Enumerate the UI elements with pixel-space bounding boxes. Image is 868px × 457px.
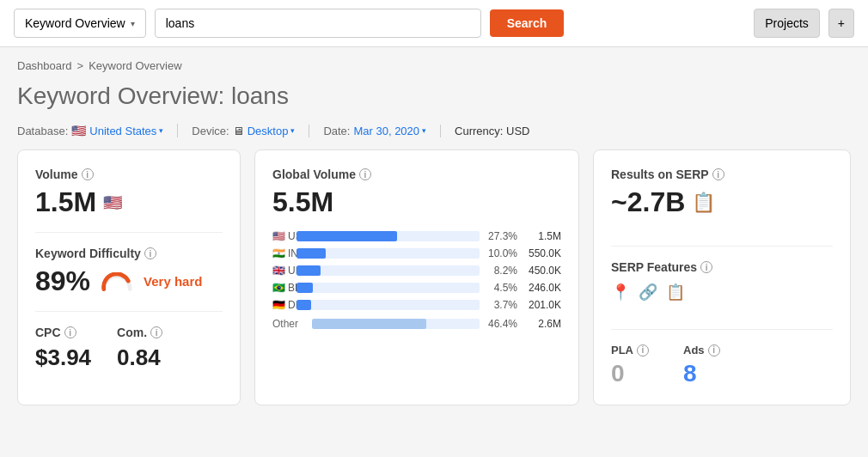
breadcrumb-sep: > bbox=[77, 59, 84, 72]
header: Keyword Overview ▾ Search Projects + bbox=[0, 0, 868, 47]
database-filter: Database: 🇺🇸 United States ▾ bbox=[17, 124, 178, 137]
kd-row: 89% Very hard bbox=[35, 265, 223, 297]
pla-info-icon[interactable]: i bbox=[637, 344, 649, 356]
ads-item: Ads i 8 bbox=[683, 344, 720, 387]
breadcrumb: Dashboard > Keyword Overview bbox=[0, 47, 868, 77]
bar-fill bbox=[296, 265, 321, 276]
currency-label: Currency: USD bbox=[455, 125, 529, 137]
bar-pct: 4.5% bbox=[485, 282, 517, 294]
volume-value: 1.5M 🇺🇸 bbox=[35, 186, 223, 218]
bar-track bbox=[296, 300, 480, 310]
cpc-section: CPC i $3.94 Com. i 0.84 bbox=[35, 326, 223, 371]
cpc-row: CPC i $3.94 Com. i 0.84 bbox=[35, 326, 223, 371]
table-icon: 📋 bbox=[666, 283, 685, 302]
bar-pct: 8.2% bbox=[485, 265, 517, 277]
filters-bar: Database: 🇺🇸 United States ▾ Device: 🖥 D… bbox=[0, 119, 868, 149]
chevron-down-icon: ▾ bbox=[290, 126, 295, 135]
serp-doc-icon: 📋 bbox=[692, 192, 715, 214]
page-title-area: Keyword Overview: loans bbox=[0, 77, 868, 119]
bar-pct: 10.0% bbox=[485, 247, 517, 259]
com-info-icon[interactable]: i bbox=[150, 326, 162, 338]
breadcrumb-current: Keyword Overview bbox=[89, 59, 181, 72]
pla-ads-row: PLA i 0 Ads i 8 bbox=[611, 344, 833, 387]
currency-filter: Currency: USD bbox=[455, 125, 529, 137]
breadcrumb-home[interactable]: Dashboard bbox=[17, 59, 72, 72]
other-row: Other 46.4% 2.6M bbox=[272, 318, 561, 330]
bar-row: 🇬🇧 UK 8.2% 450.0K bbox=[272, 265, 561, 277]
date-value[interactable]: Mar 30, 2020 ▾ bbox=[353, 125, 426, 137]
serp-feature-icons: 📍 🔗 📋 bbox=[611, 283, 833, 302]
serp-results-label: Results on SERP i bbox=[611, 168, 833, 181]
bar-track bbox=[296, 265, 480, 276]
volume-section: Volume i 1.5M 🇺🇸 bbox=[35, 168, 223, 233]
link-icon: 🔗 bbox=[639, 283, 657, 302]
pla-label: PLA i bbox=[611, 344, 649, 356]
database-value[interactable]: United States ▾ bbox=[89, 125, 163, 137]
pla-value: 0 bbox=[611, 360, 649, 387]
us-flag-icon: 🇺🇸 bbox=[71, 124, 86, 137]
bar-track bbox=[296, 248, 480, 259]
search-input[interactable] bbox=[155, 9, 481, 38]
page-title-keyword: loans bbox=[231, 82, 289, 109]
location-icon: 📍 bbox=[611, 283, 630, 302]
kd-section: Keyword Difficulty i 89% Very hard bbox=[35, 247, 223, 312]
date-filter: Date: Mar 30, 2020 ▾ bbox=[323, 125, 441, 137]
device-label: Device: bbox=[192, 125, 229, 137]
page-title-prefix: Keyword Overview: bbox=[17, 82, 231, 109]
com-item: Com. i 0.84 bbox=[117, 326, 162, 371]
serp-features-label: SERP Features i bbox=[611, 260, 833, 274]
kd-info-icon[interactable]: i bbox=[144, 247, 156, 259]
other-bar-track bbox=[312, 319, 480, 329]
cpc-info-icon[interactable]: i bbox=[64, 326, 76, 338]
chevron-down-icon: ▾ bbox=[131, 19, 135, 28]
global-volume-card: Global Volume i 5.5M 🇺🇸 US 27.3% 1.5M 🇮🇳… bbox=[254, 149, 579, 405]
bar-row: 🇧🇷 BR 4.5% 246.0K bbox=[272, 282, 561, 294]
volume-card: Volume i 1.5M 🇺🇸 Keyword Difficulty i 89… bbox=[17, 149, 241, 405]
tool-dropdown[interactable]: Keyword Overview ▾ bbox=[14, 9, 146, 38]
other-pct: 46.4% bbox=[485, 318, 517, 330]
projects-button[interactable]: Projects bbox=[754, 9, 820, 38]
bar-fill bbox=[296, 283, 313, 293]
date-label: Date: bbox=[323, 125, 350, 137]
chevron-down-icon: ▾ bbox=[159, 126, 163, 135]
bar-country: 🇬🇧 UK bbox=[272, 265, 291, 277]
bar-row: 🇩🇪 DE 3.7% 201.0K bbox=[272, 299, 561, 311]
other-bar-fill bbox=[312, 319, 426, 329]
bar-row: 🇮🇳 IN 10.0% 550.0K bbox=[272, 247, 561, 259]
page-title: Keyword Overview: loans bbox=[17, 82, 851, 110]
bar-vol: 201.0K bbox=[523, 299, 561, 311]
serp-features-info-icon[interactable]: i bbox=[700, 261, 712, 273]
pla-item: PLA i 0 bbox=[611, 344, 649, 387]
cpc-item: CPC i $3.94 bbox=[35, 326, 91, 371]
device-filter: Device: 🖥 Desktop ▾ bbox=[192, 125, 309, 137]
bar-country: 🇩🇪 DE bbox=[272, 299, 291, 311]
bar-country: 🇺🇸 US bbox=[272, 230, 291, 242]
search-button[interactable]: Search bbox=[490, 9, 565, 37]
global-volume-label: Global Volume i bbox=[272, 168, 561, 181]
bar-pct: 27.3% bbox=[485, 230, 517, 242]
device-value[interactable]: Desktop ▾ bbox=[248, 125, 296, 137]
volume-info-icon[interactable]: i bbox=[82, 168, 94, 180]
serp-results-section: Results on SERP i ~2.7B 📋 bbox=[611, 168, 833, 247]
bar-pct: 3.7% bbox=[485, 299, 517, 311]
ads-label: Ads i bbox=[683, 344, 720, 356]
chevron-down-icon: ▾ bbox=[422, 126, 426, 135]
global-volume-info-icon[interactable]: i bbox=[359, 168, 371, 180]
bar-vol: 1.5M bbox=[523, 230, 561, 242]
bar-country: 🇧🇷 BR bbox=[272, 282, 291, 294]
ads-value: 8 bbox=[683, 360, 720, 387]
serp-info-icon[interactable]: i bbox=[712, 168, 724, 180]
serp-card: Results on SERP i ~2.7B 📋 SERP Features … bbox=[593, 149, 851, 405]
bar-fill bbox=[296, 231, 397, 241]
add-project-button[interactable]: + bbox=[828, 9, 854, 38]
bar-track bbox=[296, 231, 480, 241]
ads-info-icon[interactable]: i bbox=[708, 344, 720, 356]
projects-label: Projects bbox=[765, 16, 809, 30]
database-label: Database: bbox=[17, 125, 68, 137]
kd-rating: Very hard bbox=[144, 274, 202, 289]
global-volume-value: 5.5M bbox=[272, 186, 561, 218]
bar-vol: 450.0K bbox=[523, 265, 561, 277]
cards-container: Volume i 1.5M 🇺🇸 Keyword Difficulty i 89… bbox=[0, 149, 868, 423]
bar-country: 🇮🇳 IN bbox=[272, 247, 291, 259]
serp-features-section: SERP Features i 📍 🔗 📋 bbox=[611, 260, 833, 330]
